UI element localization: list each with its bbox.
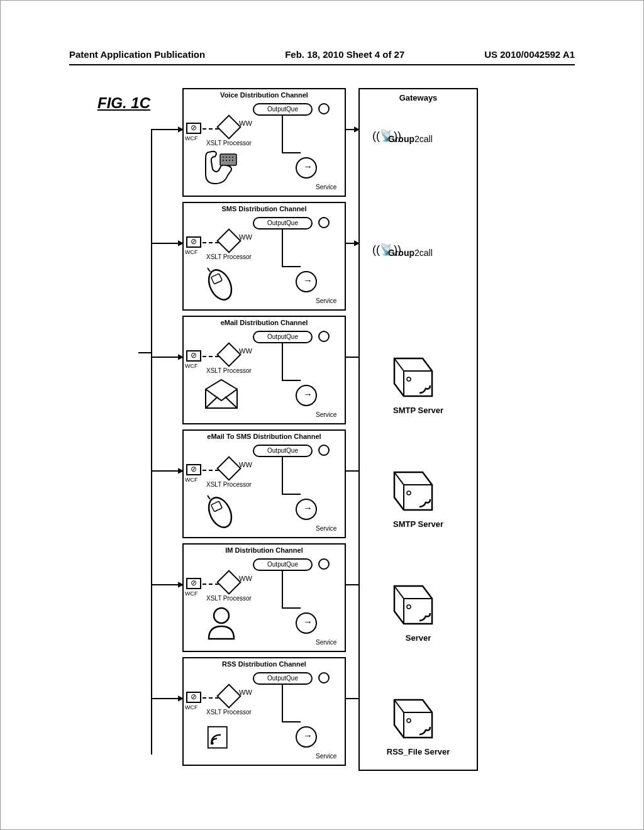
group2call-logo: Group2call: [388, 248, 433, 258]
envelope-icon: [203, 377, 240, 414]
gateway-group2call: ((📡)) Group2call: [360, 115, 477, 222]
xslt-diamond-icon: [216, 683, 242, 709]
person-icon: [203, 604, 240, 642]
header-center: Feb. 18, 2010 Sheet 4 of 27: [285, 49, 404, 60]
q-line-h: [282, 607, 301, 609]
arrow-right-icon: ▶: [354, 238, 360, 247]
gateways-column: Gateways ((📡)) Group2call ((📡)) Group2ca…: [358, 88, 478, 771]
mobile-phone-icon: [203, 490, 240, 528]
svg-point-19: [407, 491, 411, 495]
wcf-block-icon: [186, 236, 201, 248]
arrow-right-icon: ▶: [178, 694, 184, 702]
document-rss-icon: [206, 724, 234, 753]
svg-point-17: [211, 742, 214, 745]
server-label: RSS_File Server: [360, 747, 477, 756]
xslt-label: XSLT Processor: [206, 367, 252, 374]
arrow-right-icon: ▶: [178, 580, 184, 589]
bus-vertical-line: [151, 129, 152, 755]
queue-circle-icon: [318, 672, 330, 683]
ww-label: WW: [239, 347, 252, 355]
xslt-diamond-icon: [216, 228, 242, 253]
queue-circle-icon: [318, 103, 330, 114]
server-label: SMTP Server: [360, 406, 477, 415]
wcf-label: WCF: [185, 363, 198, 369]
header-rule: [69, 64, 575, 65]
gw-connector: [346, 470, 358, 472]
output-queue: OutputQue: [253, 445, 313, 457]
q-line-v: [282, 116, 283, 153]
arrow-right-icon: ▶: [178, 124, 184, 133]
xslt-label: XSLT Processor: [206, 595, 252, 602]
svg-rect-13: [211, 501, 223, 512]
q-line-h: [282, 152, 301, 153]
output-queue: OutputQue: [253, 331, 313, 343]
xslt-diamond-icon: [216, 342, 242, 367]
q-line-v: [282, 457, 283, 495]
dash-connector: [203, 356, 219, 357]
ww-label: WW: [239, 461, 252, 468]
q-line-v: [282, 685, 283, 722]
channel-email-to-sms: eMail To SMS Distribution Channel Output…: [182, 429, 346, 538]
svg-point-4: [232, 157, 233, 158]
svg-point-20: [407, 605, 411, 609]
output-queue: OutputQue: [253, 103, 313, 116]
service-circle-icon: [296, 385, 317, 406]
svg-rect-10: [211, 274, 223, 284]
gw-connector: [346, 357, 358, 358]
output-queue: OutputQue: [253, 217, 313, 230]
phone-handset-icon: [203, 149, 240, 187]
wcf-block-icon: [186, 350, 201, 362]
arrow-right-icon: ▶: [178, 466, 184, 475]
svg-point-7: [229, 160, 230, 161]
service-label: Service: [316, 184, 336, 191]
channel-title: eMail To SMS Distribution Channel: [184, 433, 345, 440]
arrow-right-icon: ▶: [354, 124, 360, 133]
gw-connector: [346, 698, 358, 699]
q-line-v: [282, 571, 283, 609]
output-queue: OutputQue: [253, 558, 313, 571]
queue-circle-icon: [318, 558, 330, 570]
wcf-block-icon: [186, 464, 201, 475]
arrow-right-icon: ▶: [178, 352, 184, 361]
server-icon: [385, 349, 441, 402]
xslt-diamond-icon: [216, 456, 242, 481]
ww-label: WW: [239, 575, 252, 582]
svg-line-11: [208, 268, 210, 272]
server-label: Server: [360, 633, 477, 643]
queue-circle-icon: [318, 331, 330, 342]
page-header: Patent Application Publication Feb. 18, …: [69, 49, 575, 60]
gateway-smtp: SMTP Server: [360, 343, 477, 450]
channel-voice: Voice Distribution Channel OutputQue WCF…: [182, 88, 346, 197]
gateway-smtp: SMTP Server: [360, 456, 477, 563]
svg-point-21: [407, 719, 411, 722]
dash-connector: [203, 584, 219, 585]
q-line-h: [282, 380, 301, 381]
service-circle-icon: [296, 612, 317, 634]
gateway-rss-file: RSS_File Server: [360, 684, 477, 791]
xslt-label: XSLT Processor: [206, 481, 252, 488]
group2call-logo: Group2call: [388, 134, 433, 144]
xslt-diamond-icon: [216, 570, 242, 595]
channel-sms: SMS Distribution Channel OutputQue WCF W…: [182, 202, 346, 311]
gw-connector: [346, 584, 358, 585]
channel-title: SMS Distribution Channel: [184, 205, 345, 213]
channel-title: RSS Distribution Channel: [184, 660, 345, 668]
output-queue: OutputQue: [253, 672, 313, 685]
svg-point-3: [229, 157, 230, 158]
channel-rss: RSS Distribution Channel OutputQue WCF W…: [182, 657, 346, 766]
wcf-label: WCF: [185, 135, 198, 141]
server-icon: [385, 463, 441, 516]
gateway-group2call: ((📡)) Group2call: [360, 229, 477, 336]
xslt-diamond-icon: [216, 114, 242, 140]
server-label: SMTP Server: [360, 519, 477, 529]
service-label: Service: [316, 525, 336, 532]
svg-rect-16: [208, 727, 227, 748]
channel-title: eMail Distribution Channel: [184, 319, 345, 326]
channel-im: IM Distribution Channel OutputQue WCF WW…: [182, 543, 346, 652]
svg-point-15: [214, 608, 229, 623]
svg-point-12: [204, 494, 236, 531]
channels-column: Voice Distribution Channel OutputQue WCF…: [182, 88, 346, 771]
q-line-h: [282, 494, 301, 495]
q-line-h: [282, 266, 301, 267]
header-right: US 2010/0042592 A1: [484, 49, 575, 60]
